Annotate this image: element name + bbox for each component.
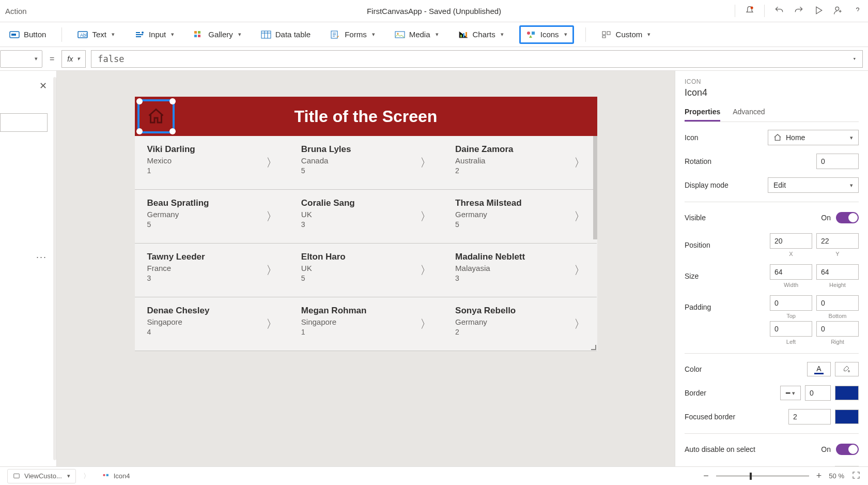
item-number: 2: [455, 328, 587, 336]
chevron-right-icon[interactable]: 〉: [266, 263, 277, 278]
chevron-right-icon[interactable]: 〉: [420, 209, 431, 224]
menu-action[interactable]: Action: [5, 7, 27, 16]
ribbon-datatable[interactable]: Data table: [257, 28, 315, 41]
gallery-item[interactable]: Denae Chesley Singapore 4 〉: [135, 297, 289, 351]
pad-left-input[interactable]: 0: [770, 321, 812, 337]
chevron-right-icon[interactable]: 〉: [574, 263, 585, 278]
zoom-out-button[interactable]: −: [703, 471, 709, 481]
more-icon[interactable]: ···: [36, 252, 47, 263]
close-icon[interactable]: ✕: [39, 80, 47, 92]
gallery-item[interactable]: Daine Zamora Australia 2 〉: [443, 136, 597, 190]
fborder-input[interactable]: 2: [788, 409, 831, 425]
selected-home-icon[interactable]: [137, 99, 175, 133]
ribbon-media[interactable]: Media ▾: [391, 28, 443, 41]
ribbon-button[interactable]: Button: [5, 28, 50, 41]
gallery-item[interactable]: Viki Darling Mexico 1 〉: [135, 136, 289, 190]
ribbon-charts[interactable]: Charts ▾: [454, 28, 508, 41]
play-icon[interactable]: [813, 5, 824, 17]
ribbon-text[interactable]: Abl Text ▾: [73, 28, 119, 41]
separator: [735, 5, 735, 17]
app-canvas[interactable]: Title of the Screen Viki Darling Mexico …: [135, 97, 597, 351]
svg-point-1: [835, 7, 839, 10]
pos-x-input[interactable]: 20: [770, 233, 812, 249]
chevron-down-icon: ▾: [372, 31, 375, 38]
disabled-color-button[interactable]: A: [835, 466, 859, 466]
chevron-right-icon[interactable]: 〉: [266, 155, 277, 171]
app-checker-icon[interactable]: [745, 5, 755, 17]
property-dropdown[interactable]: ▾: [0, 50, 42, 68]
table-icon: [261, 30, 271, 39]
gallery-item[interactable]: Coralie Sang UK 3 〉: [289, 190, 443, 244]
search-input[interactable]: [0, 113, 48, 132]
formula-input[interactable]: false ▾: [91, 50, 863, 68]
separator: [61, 27, 62, 42]
equals-sign: =: [42, 54, 61, 64]
ribbon-label: Custom: [616, 30, 643, 39]
visible-toggle[interactable]: [836, 212, 859, 223]
prop-icon-select[interactable]: Home ▾: [768, 130, 859, 145]
pad-top-input[interactable]: 0: [770, 295, 812, 311]
font-color-button[interactable]: A: [807, 362, 831, 376]
ribbon-gallery[interactable]: Gallery ▾: [190, 28, 245, 41]
top-label: Top: [786, 313, 796, 319]
gallery-item[interactable]: Madaline Neblett Malayasia 3 〉: [443, 244, 597, 297]
pad-right-input[interactable]: 0: [816, 321, 859, 337]
gallery-item[interactable]: Megan Rohman Singapore 1 〉: [289, 297, 443, 351]
width-label: Width: [784, 282, 798, 288]
chevron-right-icon[interactable]: 〉: [266, 209, 277, 224]
prop-padding-label: Padding: [685, 303, 770, 311]
chevron-right-icon[interactable]: 〉: [420, 155, 431, 171]
svg-rect-9: [194, 35, 197, 37]
ribbon-icons[interactable]: Icons ▾: [519, 25, 574, 44]
breadcrumb-screen[interactable]: ViewCusto... ▾: [7, 469, 76, 483]
width-input[interactable]: 64: [770, 264, 812, 280]
fx-button[interactable]: fx▾: [61, 50, 86, 68]
svg-rect-17: [466, 32, 467, 37]
border-width-input[interactable]: 0: [805, 385, 831, 401]
height-input[interactable]: 64: [816, 264, 859, 280]
chevron-right-icon[interactable]: 〉: [266, 316, 277, 332]
prop-display-select[interactable]: Edit▾: [768, 177, 859, 193]
ribbon-input[interactable]: Input ▾: [130, 28, 178, 41]
svg-rect-10: [198, 35, 200, 37]
fborder-color-swatch[interactable]: [835, 410, 859, 424]
autodisable-toggle[interactable]: [836, 444, 859, 455]
border-style-select[interactable]: ━ ▾: [780, 386, 801, 400]
gallery[interactable]: Viki Darling Mexico 1 〉Bruna Lyles Canad…: [135, 136, 597, 351]
prop-rotation-input[interactable]: 0: [816, 154, 859, 169]
chevron-right-icon[interactable]: 〉: [574, 155, 585, 171]
prop-rotation-label: Rotation: [685, 157, 816, 165]
zoom-slider[interactable]: [716, 475, 809, 477]
breadcrumb-selected[interactable]: Icon4: [97, 469, 135, 483]
item-subtitle: Canada: [301, 156, 433, 165]
gallery-item[interactable]: Elton Haro UK 5 〉: [289, 244, 443, 297]
scrollbar[interactable]: [53, 77, 56, 460]
zoom-in-button[interactable]: +: [816, 471, 822, 481]
gallery-item[interactable]: Beau Spratling Germany 5 〉: [135, 190, 289, 244]
chevron-right-icon[interactable]: 〉: [574, 209, 585, 224]
tab-properties[interactable]: Properties: [685, 108, 720, 122]
item-subtitle: UK: [301, 264, 433, 272]
resize-handle[interactable]: [591, 345, 596, 350]
ribbon-custom[interactable]: Custom ▾: [597, 28, 655, 41]
gallery-item[interactable]: Thresa Milstead Germany 5 〉: [443, 190, 597, 244]
gallery-item[interactable]: Bruna Lyles Canada 5 〉: [289, 136, 443, 190]
tab-advanced[interactable]: Advanced: [733, 108, 765, 122]
svg-point-24: [103, 474, 105, 476]
gallery-item[interactable]: Tawny Leeder France 3 〉: [135, 244, 289, 297]
chevron-right-icon[interactable]: 〉: [420, 316, 431, 332]
undo-icon[interactable]: [774, 5, 784, 17]
redo-icon[interactable]: [794, 5, 804, 17]
pad-bottom-input[interactable]: 0: [816, 295, 859, 311]
help-icon[interactable]: [853, 5, 863, 17]
gallery-scrollbar[interactable]: [593, 136, 597, 239]
ribbon-forms[interactable]: Forms ▾: [326, 28, 379, 41]
chevron-right-icon[interactable]: 〉: [574, 316, 585, 332]
fill-color-button[interactable]: [835, 362, 859, 376]
chevron-right-icon[interactable]: 〉: [420, 263, 431, 278]
border-color-swatch[interactable]: [835, 386, 859, 400]
pos-y-input[interactable]: 22: [816, 233, 859, 249]
share-icon[interactable]: [833, 5, 843, 17]
gallery-item[interactable]: Sonya Rebello Germany 2 〉: [443, 297, 597, 351]
fit-screen-icon[interactable]: [851, 471, 861, 481]
